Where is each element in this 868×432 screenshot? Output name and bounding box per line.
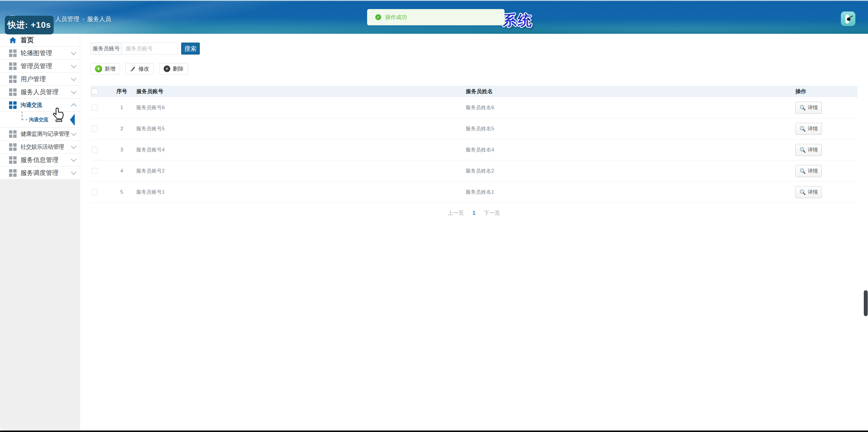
pagination-prev[interactable]: 上一页 bbox=[447, 209, 464, 217]
grid-icon bbox=[9, 156, 17, 164]
chevron-down-icon bbox=[71, 62, 76, 68]
column-header-index: 序号 bbox=[107, 88, 136, 95]
cell-account: 服务员账号2 bbox=[136, 167, 466, 174]
chevron-down-icon bbox=[71, 130, 76, 136]
delete-button[interactable]: ✕ 删除 bbox=[159, 63, 188, 75]
fast-forward-label: 快进: +10s bbox=[7, 19, 51, 31]
sidebar-item-label: 服务人员管理 bbox=[21, 88, 72, 96]
sidebar-item-service-staff[interactable]: 服务人员管理 bbox=[0, 86, 80, 99]
sidebar-item-social-activity[interactable]: 社交娱乐活动管理 bbox=[0, 141, 80, 153]
breadcrumb-item[interactable]: 人员管理 bbox=[55, 15, 79, 23]
grid-icon bbox=[9, 50, 17, 57]
row-checkbox[interactable] bbox=[92, 189, 98, 195]
sidebar-item-label: 服务信息管理 bbox=[21, 156, 72, 164]
chevron-down-icon bbox=[71, 76, 76, 81]
sidebar-subitem-communication[interactable]: 沟通交流 bbox=[0, 112, 80, 127]
sidebar-item-carousel[interactable]: 轮播图管理 bbox=[0, 47, 80, 60]
sidebar-item-home[interactable]: 首页 bbox=[0, 34, 80, 47]
pagination: 上一页 1 下一页 bbox=[90, 209, 858, 217]
fast-forward-overlay: 快进: +10s bbox=[5, 16, 54, 34]
cell-name: 服务员姓名4 bbox=[466, 146, 795, 153]
grid-icon bbox=[9, 143, 17, 151]
column-header-action: 操作 bbox=[795, 88, 858, 95]
sidebar-item-service-dispatch[interactable]: 服务调度管理 bbox=[0, 167, 80, 179]
search-input[interactable] bbox=[122, 42, 178, 55]
sidebar-item-label: 服务调度管理 bbox=[21, 169, 72, 177]
edit-button-label: 修改 bbox=[138, 65, 149, 73]
cell-name: 服务员姓名1 bbox=[466, 189, 795, 196]
detail-button[interactable]: 详情 bbox=[795, 186, 822, 198]
sidebar-item-communication[interactable]: 沟通交流 bbox=[0, 99, 80, 112]
cell-account: 服务员账号6 bbox=[136, 104, 466, 111]
pagination-next[interactable]: 下一页 bbox=[484, 209, 500, 217]
sidebar-item-health-monitor[interactable]: 健康监测与记录管理 bbox=[0, 127, 80, 141]
sidebar-item-label: 首页 bbox=[21, 36, 76, 45]
tree-line bbox=[22, 119, 27, 120]
detail-button-label: 详情 bbox=[808, 125, 818, 132]
sidebar-item-admin[interactable]: 管理员管理 bbox=[0, 60, 80, 73]
detail-button[interactable]: 详情 bbox=[795, 165, 822, 177]
sidebar: 首页 轮播图管理 管理员管理 用户管理 服务人员管理 沟通交流 bbox=[0, 34, 80, 431]
main-content: 服务员账号 搜索 + 新增 修改 ✕ 删除 序号 服务员账号 服务员姓名 操作 bbox=[80, 34, 868, 432]
avatar-figure-head bbox=[847, 18, 850, 21]
cell-name: 服务员姓名6 bbox=[466, 104, 795, 111]
table-header-row: 序号 服务员账号 服务员姓名 操作 bbox=[90, 86, 858, 97]
table-row: 4 服务员账号2 服务员姓名2 详情 bbox=[90, 161, 858, 182]
cell-index: 2 bbox=[107, 126, 136, 132]
window-bottom-edge bbox=[0, 431, 868, 432]
cell-name: 服务员姓名5 bbox=[466, 125, 795, 132]
column-header-name: 服务员姓名 bbox=[466, 88, 795, 95]
sidebar-item-label: 社交娱乐活动管理 bbox=[21, 143, 72, 151]
delete-x-icon: ✕ bbox=[164, 65, 170, 72]
row-checkbox[interactable] bbox=[92, 168, 98, 174]
pagination-current-page[interactable]: 1 bbox=[472, 210, 475, 216]
detail-button-label: 详情 bbox=[808, 189, 818, 196]
chevron-down-icon bbox=[71, 169, 76, 175]
cell-index: 4 bbox=[107, 168, 136, 174]
add-button-label: 新增 bbox=[104, 65, 116, 73]
cell-index: 3 bbox=[107, 147, 136, 153]
success-check-icon: ✓ bbox=[375, 14, 381, 20]
app-root: { "header": { "title_visible": "系统", "br… bbox=[0, 0, 868, 432]
plus-icon: + bbox=[95, 65, 102, 73]
sidebar-item-users[interactable]: 用户管理 bbox=[0, 73, 80, 86]
breadcrumb-separator-icon: › bbox=[82, 16, 84, 22]
magnifier-icon bbox=[799, 168, 806, 174]
success-toast: ✓ 操作成功 bbox=[367, 9, 504, 25]
magnifier-icon bbox=[799, 125, 806, 132]
sidebar-item-label: 用户管理 bbox=[21, 75, 72, 83]
sidebar-item-label: 管理员管理 bbox=[21, 62, 72, 70]
detail-button-label: 详情 bbox=[808, 167, 818, 174]
detail-button[interactable]: 详情 bbox=[795, 123, 822, 135]
scrollbar-thumb[interactable] bbox=[864, 290, 868, 316]
row-checkbox[interactable] bbox=[92, 105, 98, 111]
detail-button-label: 详情 bbox=[808, 146, 818, 153]
table-row: 5 服务员账号1 服务员姓名1 详情 bbox=[90, 182, 858, 203]
add-button[interactable]: + 新增 bbox=[90, 63, 120, 75]
table-row: 2 服务员账号5 服务员姓名5 详情 bbox=[90, 118, 858, 139]
collapse-arrow-icon[interactable] bbox=[70, 114, 75, 126]
grid-icon bbox=[9, 102, 17, 109]
breadcrumb-item[interactable]: 服务人员 bbox=[87, 15, 111, 23]
avatar-figure-arm bbox=[849, 16, 853, 18]
detail-button[interactable]: 详情 bbox=[795, 102, 822, 114]
row-checkbox[interactable] bbox=[92, 126, 98, 132]
chevron-down-icon bbox=[71, 156, 76, 162]
chevron-up-icon bbox=[71, 103, 76, 109]
edit-button[interactable]: 修改 bbox=[125, 63, 154, 75]
detail-button[interactable]: 详情 bbox=[795, 144, 822, 156]
toast-message: 操作成功 bbox=[385, 13, 407, 21]
sidebar-item-service-info[interactable]: 服务信息管理 bbox=[0, 153, 80, 167]
sidebar-item-label: 健康监测与记录管理 bbox=[21, 130, 72, 138]
search-button[interactable]: 搜索 bbox=[181, 42, 200, 55]
cell-account: 服务员账号1 bbox=[136, 189, 466, 196]
hand-cursor-icon bbox=[52, 107, 65, 122]
magnifier-icon bbox=[799, 189, 806, 196]
cell-account: 服务员账号4 bbox=[136, 146, 466, 153]
sidebar-item-label: 轮播图管理 bbox=[21, 49, 72, 57]
breadcrumb: 人员管理 › 服务人员 bbox=[55, 15, 111, 23]
select-all-checkbox[interactable] bbox=[92, 88, 98, 94]
row-checkbox[interactable] bbox=[92, 147, 98, 153]
chevron-down-icon bbox=[71, 143, 76, 149]
avatar[interactable] bbox=[841, 11, 855, 26]
